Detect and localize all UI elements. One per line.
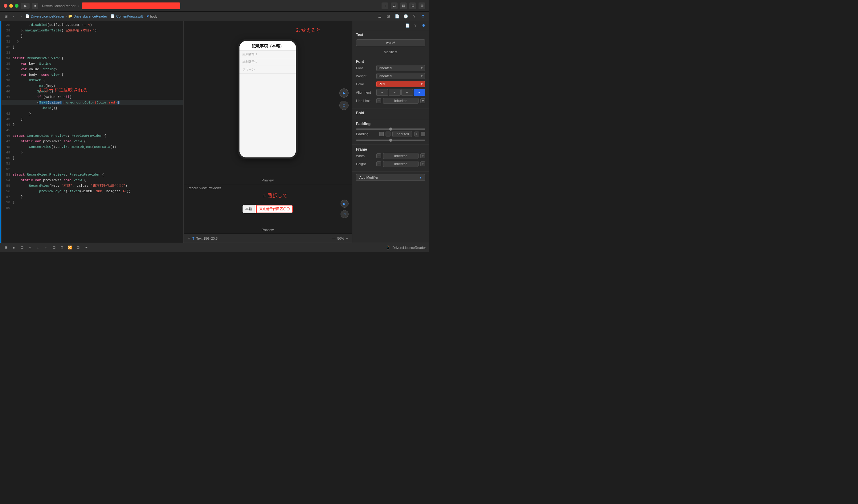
status-icon-1[interactable]: ⊞	[3, 245, 9, 250]
zoom-out-icon[interactable]: —	[332, 237, 336, 240]
align-justify-button[interactable]: ≡	[414, 89, 425, 96]
annotation-step1-area: 1. 選択して	[263, 193, 288, 199]
status-icon-4[interactable]: △	[27, 245, 33, 250]
font-select[interactable]: Inherited ▼	[376, 65, 425, 71]
padding-minus[interactable]: −	[385, 132, 391, 136]
settings-icon-btn[interactable]: ⚙	[420, 13, 426, 19]
padding-section-title: Padding	[356, 122, 425, 126]
align-center-button[interactable]: ≡	[388, 89, 400, 96]
minimize-button[interactable]	[9, 4, 13, 8]
bp-inspect-button[interactable]: □	[340, 210, 349, 218]
code-line-54: 54 static var previews: some View {	[2, 177, 184, 183]
padding-checkbox[interactable]	[379, 132, 384, 136]
back-button[interactable]: ‹	[11, 13, 17, 19]
height-minus[interactable]: −	[376, 161, 381, 166]
preview-controls: ▶ □	[339, 88, 349, 110]
code-line-50: 50 }	[2, 155, 184, 161]
grid-icon[interactable]: ⊞	[3, 13, 9, 19]
width-plus[interactable]: +	[420, 153, 425, 158]
add-modifier-arrow-icon: ▼	[419, 176, 422, 179]
status-icon-5[interactable]: ↓	[35, 245, 41, 250]
status-app: 📱 DriversLicenceReader	[386, 245, 426, 249]
main-layout: 28 .disabled(self.pin2.count != 4) 29 }.…	[0, 21, 429, 243]
code-line-45: 45	[2, 128, 184, 133]
height-plus[interactable]: +	[420, 161, 425, 166]
quick-help-icon[interactable]: ?	[412, 22, 418, 29]
app-name: DriversLicenceReader	[392, 246, 426, 249]
bc-group[interactable]: DriversLicenceReader	[74, 15, 107, 18]
stop-button[interactable]: ■	[32, 3, 38, 9]
width-minus[interactable]: −	[376, 153, 381, 158]
line-limit-row: Line Limit − Inherited +	[356, 98, 425, 104]
layout-button[interactable]: ⊡	[409, 2, 416, 9]
text-section-title: Text	[356, 33, 425, 37]
add-button[interactable]: +	[382, 2, 388, 9]
bc-symbol[interactable]: body	[150, 15, 158, 18]
titlebar-right: + ⇄ ▤ ⊡ ⊟	[382, 2, 425, 9]
top-preview-label: Preview	[184, 177, 352, 184]
code-line-46: 46 struct ContentView_Previews: PreviewP…	[2, 133, 184, 139]
color-select[interactable]: Red ▼	[376, 81, 425, 87]
padding-bottom-slider[interactable]	[356, 140, 425, 141]
editor-layout-button[interactable]: ▤	[400, 2, 407, 9]
attr-inspector-icon[interactable]: ⚙	[420, 22, 427, 29]
code-line-52: 52	[2, 166, 184, 172]
inspector-toggle[interactable]: ☰	[377, 13, 383, 19]
status-icon-2[interactable]: ●	[11, 245, 17, 250]
file-icon-btn[interactable]: 📄	[394, 13, 400, 19]
code-line-33: 33	[2, 50, 184, 55]
zoom-level: 50%	[337, 237, 344, 240]
weight-select[interactable]: Inherited ▼	[376, 73, 425, 79]
switch-layout-button[interactable]: ⇄	[391, 2, 398, 9]
run-button[interactable]: ▶	[21, 3, 30, 9]
padding-checkbox-2[interactable]	[421, 132, 425, 136]
status-icon-9[interactable]: 🔀	[67, 245, 73, 250]
add-modifier-button[interactable]: Add Modifier ▼	[356, 174, 425, 181]
color-label: Color	[356, 82, 375, 86]
bc-file[interactable]: ContentView.swift	[116, 15, 143, 18]
weight-value: Inherited	[379, 74, 392, 78]
text-section: Text value!	[352, 30, 429, 49]
panel-toggle[interactable]: ⊡	[385, 13, 392, 19]
line-limit-minus[interactable]: −	[376, 98, 381, 103]
text-value-box[interactable]: value!	[356, 39, 425, 46]
zoom-in-icon[interactable]: +	[346, 237, 348, 240]
font-label: Font	[356, 66, 375, 70]
preview-play-button[interactable]: ▶	[339, 88, 349, 98]
clock-icon-btn[interactable]: 🕐	[402, 13, 409, 19]
weight-label: Weight	[356, 74, 375, 78]
padding-bottom-thumb	[389, 139, 392, 142]
align-left-button[interactable]: ≡	[376, 89, 388, 96]
bold-section-title: Bold	[356, 111, 425, 115]
close-button[interactable]	[4, 4, 7, 8]
search-bar[interactable]	[82, 2, 180, 9]
forward-button[interactable]: ›	[18, 13, 24, 19]
status-bar: ⊞ ● ⊡ △ ↓ ↑ ⊡ ⚙ 🔀 ⊡ ✈ 📱 DriversLicenceRe…	[0, 243, 429, 252]
status-icon-3[interactable]: ⊡	[19, 245, 25, 250]
preview-star-icon: ☆	[187, 236, 190, 240]
line-limit-label: Line Limit	[356, 99, 375, 102]
code-line-53: 53 struct RecordView_Previews: PreviewPr…	[2, 172, 184, 177]
code-line-36: 36 var value: String?	[2, 67, 184, 72]
status-icon-7[interactable]: ⊡	[51, 245, 57, 250]
line-limit-value: Inherited	[383, 98, 418, 104]
padding-top-slider[interactable]	[356, 128, 425, 130]
maximize-button[interactable]	[15, 4, 18, 8]
status-icon-11[interactable]: ✈	[83, 245, 89, 250]
bc-project[interactable]: DriversLicenceReader	[31, 15, 64, 18]
file-inspector-icon[interactable]: 📄	[404, 22, 411, 29]
status-icon-8[interactable]: ⚙	[59, 245, 65, 250]
code-editor[interactable]: 28 .disabled(self.pin2.count != 4) 29 }.…	[2, 21, 184, 243]
line-limit-plus[interactable]: +	[420, 98, 425, 103]
align-right-button[interactable]: ≡	[401, 89, 413, 96]
help-icon-btn[interactable]: ?	[411, 13, 417, 19]
bottom-preview: Record View Previews 1. 選択して 本籍 東京都千代田区〇…	[184, 184, 352, 233]
padding-plus[interactable]: +	[414, 132, 419, 136]
status-icon-6[interactable]: ↑	[43, 245, 49, 250]
font-select-arrow: ▼	[420, 67, 423, 70]
bp-play-button[interactable]: ▶	[340, 200, 349, 208]
status-icon-10[interactable]: ⊡	[75, 245, 81, 250]
panel-button[interactable]: ⊟	[418, 2, 425, 9]
code-line-58: 58 }	[2, 200, 184, 205]
preview-inspect-button[interactable]: □	[339, 101, 349, 110]
